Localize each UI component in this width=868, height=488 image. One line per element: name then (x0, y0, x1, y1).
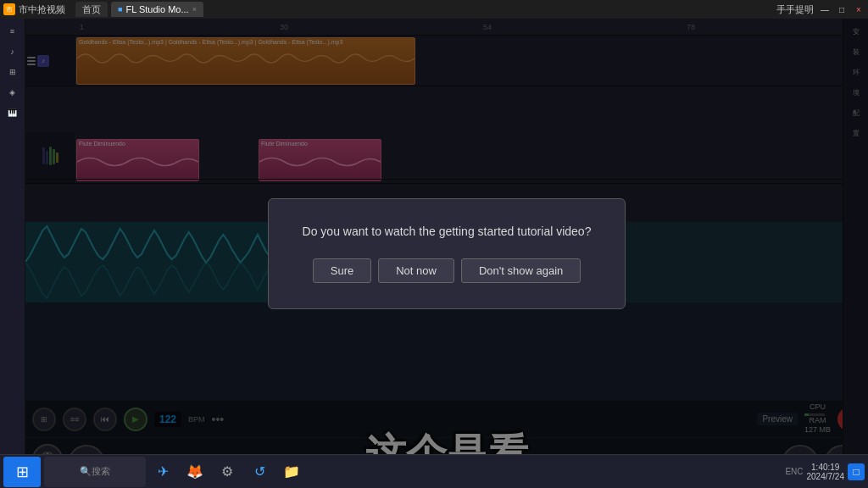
taskbar-right: ENC 1:40:19 2024/7/24 □ (785, 463, 865, 481)
tab-home[interactable]: 首页 (75, 2, 108, 17)
taskbar-icon-firefox[interactable]: 🦊 (180, 457, 210, 487)
modal-buttons: Sure Not now Don't show again (303, 258, 592, 283)
maximize-button[interactable]: □ (836, 3, 848, 15)
left-sidebar: ≡ ♪ ⊞ ◈ 🎹 (0, 19, 25, 488)
taskbar-icon-plane[interactable]: ✈ (147, 457, 178, 487)
sidebar-btn-4[interactable]: ◈ (3, 83, 22, 102)
not-now-button[interactable]: Not now (378, 258, 454, 283)
title-bar: 市 市中抢视频 首页 ■ FL Studio Mo... × 手手提明 — □ … (0, 0, 868, 19)
fl-icon: ■ (118, 5, 122, 14)
taskbar-icons: 🔍 搜索 ✈ 🦊 ⚙ ↺ 📁 (44, 457, 307, 487)
tab-editor[interactable]: ■ FL Studio Mo... × (111, 2, 203, 17)
main-area: ≡ ♪ ⊞ ◈ 🎹 ▶ 1 30 54 78 (0, 19, 868, 488)
sure-button[interactable]: Sure (313, 258, 371, 283)
taskbar-enc: ENC (785, 467, 803, 476)
modal-overlay: Do you want to watch the getting started… (25, 19, 868, 488)
top-right-label: 手手提明 (776, 3, 814, 16)
dont-show-button[interactable]: Don't show again (461, 258, 581, 283)
taskbar-notification[interactable]: □ (848, 463, 865, 480)
taskbar-search[interactable]: 🔍 搜索 (44, 457, 146, 487)
app-icon: 市 (3, 3, 15, 15)
start-button[interactable]: ⊞ (3, 457, 41, 487)
content-area: ▶ 1 30 54 78 ♪ (25, 19, 868, 488)
modal-question: Do you want to watch the getting started… (303, 225, 592, 238)
taskbar-icon-refresh[interactable]: ↺ (244, 457, 275, 487)
taskbar: ⊞ 🔍 搜索 ✈ 🦊 ⚙ ↺ 📁 ENC 1:40:19 2024/7/24 □ (0, 454, 868, 488)
app-title: 市中抢视频 (19, 3, 65, 16)
sidebar-btn-3[interactable]: ⊞ (3, 63, 22, 81)
title-bar-left: 市 市中抢视频 首页 ■ FL Studio Mo... × (3, 2, 776, 17)
sidebar-btn-5[interactable]: 🎹 (3, 103, 22, 122)
taskbar-time: 1:40:19 2024/7/24 (807, 463, 845, 481)
close-button[interactable]: × (853, 3, 865, 15)
title-bar-right: 手手提明 — □ × (776, 3, 865, 16)
sidebar-btn-2[interactable]: ♪ (3, 42, 22, 61)
minimize-button[interactable]: — (819, 3, 831, 15)
modal-box: Do you want to watch the getting started… (268, 198, 626, 309)
sidebar-btn-1[interactable]: ≡ (3, 22, 22, 41)
taskbar-icon-folder[interactable]: 📁 (276, 457, 307, 487)
taskbar-icon-settings[interactable]: ⚙ (212, 457, 242, 487)
tab-close-icon[interactable]: × (192, 5, 197, 14)
